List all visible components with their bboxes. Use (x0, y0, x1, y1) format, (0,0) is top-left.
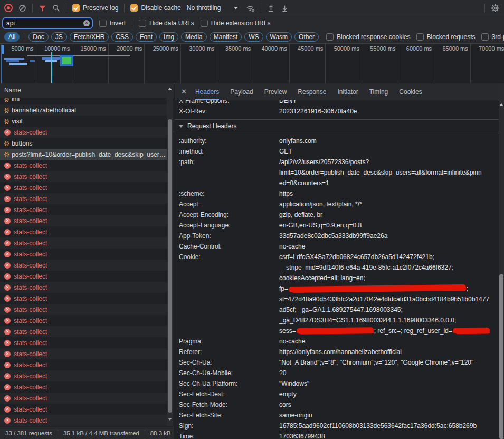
close-details-icon[interactable]: ✕ (181, 88, 187, 96)
header-value-line: sess=; ref_src=; reg_ref_user_id= (279, 326, 499, 336)
hide-extension-urls-checkbox[interactable]: Hide extension URLs (201, 20, 271, 27)
header-name: App-Token: (175, 231, 279, 241)
filter-pill-fetch-xhr[interactable]: Fetch/XHR (70, 32, 109, 42)
name-column-header[interactable]: Name (0, 83, 174, 98)
chevron-expanded-icon[interactable] (179, 125, 183, 128)
invert-checkbox[interactable]: Invert (99, 20, 126, 27)
network-conditions-icon[interactable] (246, 4, 255, 12)
settings-gear-icon[interactable] (491, 4, 500, 13)
checkbox-unchecked[interactable] (99, 20, 107, 27)
request-row-stats-collect[interactable]: ✕stats-collect (0, 260, 167, 271)
filter-input[interactable] (2, 17, 93, 29)
tab-timing[interactable]: Timing (369, 83, 388, 100)
request-row-stats-collect[interactable]: ✕stats-collect (0, 381, 167, 393)
request-row-stats-collect[interactable]: ✕stats-collect (0, 415, 167, 426)
header-value: cors (279, 399, 499, 410)
preserve-log-checkbox[interactable]: Preserve log (72, 4, 118, 12)
request-row-stats-collect[interactable]: ✕stats-collect (0, 182, 167, 193)
tab-payload[interactable]: Payload (230, 83, 253, 100)
request-row-stats-collect[interactable]: ✕stats-collect (0, 304, 167, 315)
filter-pill-other[interactable]: Other (294, 32, 319, 42)
request-row-posts-limit-10-order-publish-d[interactable]: {:}posts?limit=10&order=publish_date_des… (0, 149, 167, 160)
filter-pill-ws[interactable]: WS (244, 32, 263, 42)
request-row-stats-collect[interactable]: ✕stats-collect (0, 393, 167, 404)
request-row-stats-collect[interactable]: ✕stats-collect (0, 370, 167, 381)
scroll-up-arrow-icon[interactable] (168, 88, 172, 90)
request-row-stats-collect[interactable]: ✕stats-collect (0, 226, 167, 237)
request-list-pane: Name {:}init{:}hannahelizabethofficial{:… (0, 83, 174, 439)
chevron-down-icon[interactable] (234, 7, 238, 9)
request-row-stats-collect[interactable]: ✕stats-collect (0, 249, 167, 260)
clear-network-log-button[interactable] (18, 4, 26, 12)
request-row-init[interactable]: {:}init (0, 98, 167, 104)
filter-toggle-button[interactable] (39, 4, 46, 12)
request-row-buttons[interactable]: {:}buttons (0, 138, 167, 149)
request-row-stats-collect[interactable]: ✕stats-collect (0, 215, 167, 226)
request-row-stats-collect[interactable]: ✕stats-collect (0, 326, 167, 337)
blocked-requests-checkbox[interactable]: Blocked requests (416, 33, 476, 41)
checkbox-unchecked[interactable] (416, 33, 424, 41)
status-divider (145, 430, 145, 437)
blocked-response-cookies-checkbox[interactable]: Blocked response cookies (326, 33, 410, 41)
request-row-stats-collect[interactable]: ✕stats-collect (0, 348, 167, 359)
request-row-stats-collect[interactable]: ✕stats-collect (0, 171, 167, 182)
record-network-log-button[interactable] (4, 4, 13, 12)
checkbox-checked[interactable] (130, 4, 138, 12)
filter-pill-wasm[interactable]: Wasm (266, 32, 292, 42)
hide-data-urls-checkbox[interactable]: Hide data URLs (139, 20, 194, 27)
request-row-stats-collect[interactable]: ✕stats-collect (0, 160, 167, 171)
search-button[interactable] (52, 4, 60, 12)
request-row-stats-collect[interactable]: ✕stats-collect (0, 271, 167, 282)
request-row-stats-collect[interactable]: ✕stats-collect (0, 282, 167, 293)
filter-pill-all[interactable]: All (4, 32, 20, 42)
tab-headers[interactable]: Headers (195, 83, 219, 100)
disable-cache-checkbox[interactable]: Disable cache (130, 4, 180, 12)
scrollbar-thumb[interactable] (499, 274, 503, 439)
header-row: Referer:https://onlyfans.com/hannaheliza… (175, 347, 499, 357)
tab-preview[interactable]: Preview (264, 83, 287, 100)
request-row-stats-collect[interactable]: ✕stats-collect (0, 193, 167, 204)
request-row-stats-collect[interactable]: ✕stats-collect (0, 127, 167, 138)
header-value-text: https (279, 190, 293, 197)
import-har-icon[interactable] (281, 4, 289, 12)
scroll-up-arrow-icon[interactable] (499, 103, 503, 106)
filter-pill-manifest[interactable]: Manifest (210, 32, 242, 42)
request-row-stats-collect[interactable]: ✕stats-collect (0, 337, 167, 348)
request-row-stats-collect[interactable]: ✕stats-collect (0, 315, 167, 326)
tab-response[interactable]: Response (298, 83, 326, 100)
request-row-stats-collect[interactable]: ✕stats-collect (0, 293, 167, 304)
3rd-party-requests-checkbox[interactable]: 3rd-party requests (481, 33, 504, 41)
overview-timeline[interactable]: 5000 ms10000 ms15000 ms20000 ms25000 ms3… (0, 44, 504, 84)
clear-filter-icon[interactable]: ✕ (83, 20, 90, 26)
request-row-visit[interactable]: {:}visit (0, 116, 167, 127)
request-row-stats-collect[interactable]: ✕stats-collect (0, 237, 167, 249)
request-row-hannahelizabethofficial[interactable]: {:}hannahelizabethofficial (0, 104, 167, 116)
scrollbar-thumb[interactable] (168, 119, 172, 413)
filter-pill-doc[interactable]: Doc (28, 32, 48, 42)
export-har-icon[interactable] (267, 4, 275, 12)
throttling-select[interactable]: No throttling (187, 4, 221, 12)
checkbox-unchecked[interactable] (201, 20, 208, 27)
tab-cookies[interactable]: Cookies (399, 83, 422, 100)
request-list-scrollbar[interactable] (167, 84, 173, 426)
checkbox-checked[interactable] (72, 4, 80, 12)
checkbox-unchecked[interactable] (326, 33, 334, 41)
details-scrollbar[interactable] (499, 83, 504, 439)
filter-pill-font[interactable]: Font (136, 32, 157, 42)
scroll-down-arrow-icon[interactable] (168, 418, 172, 421)
request-row-stats-collect[interactable]: ✕stats-collect (0, 404, 167, 415)
filter-pill-js[interactable]: JS (51, 32, 67, 42)
tab-initiator[interactable]: Initiator (337, 83, 358, 100)
request-row-stats-collect[interactable]: ✕stats-collect (0, 359, 167, 370)
headers-detail-view[interactable]: X-Frame-Options:DENYX-Of-Rev:20231226191… (175, 100, 499, 439)
header-row: Sec-Fetch-Dest:empty (175, 389, 499, 399)
filter-pill-img[interactable]: Img (159, 32, 178, 42)
checkbox-unchecked[interactable] (481, 33, 489, 41)
header-value: en-GB,en-US;q=0.9,en;q=0.8 (279, 220, 499, 231)
request-headers-section-header[interactable]: Request Headers (175, 120, 499, 133)
transferred-size: 35.1 kB / 4.4 MB transferred (63, 430, 139, 436)
filter-pill-media[interactable]: Media (181, 32, 207, 42)
request-row-stats-collect[interactable]: ✕stats-collect (0, 204, 167, 215)
filter-pill-css[interactable]: CSS (111, 32, 133, 42)
checkbox-unchecked[interactable] (139, 20, 146, 27)
